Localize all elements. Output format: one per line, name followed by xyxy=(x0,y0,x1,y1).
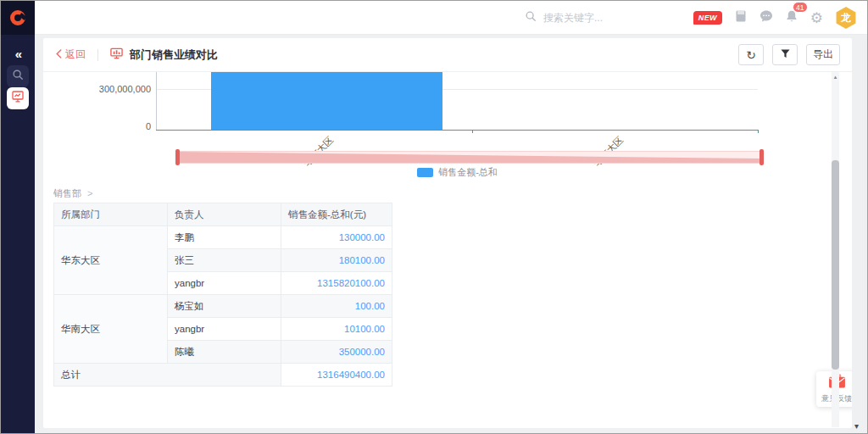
value-cell[interactable]: 350000.00 xyxy=(281,341,392,364)
back-label: 返回 xyxy=(65,47,86,62)
person-cell: 张三 xyxy=(168,249,281,272)
chat-bubble-icon xyxy=(760,9,773,26)
back-button[interactable]: 返回 xyxy=(55,47,86,62)
search-icon xyxy=(525,10,537,25)
table-row[interactable]: 华南大区 杨宝如 100.00 xyxy=(54,295,392,318)
user-avatar[interactable]: 龙 xyxy=(835,7,857,29)
notifications-button[interactable]: 41 xyxy=(785,9,798,26)
global-search-input[interactable]: 搜索关键字... xyxy=(525,1,603,35)
top-bar: 搜索关键字... NEW 41 ⚙ 龙 xyxy=(35,1,867,35)
chevron-left-icon xyxy=(55,49,62,61)
legend-label: 销售金额-总和 xyxy=(438,166,498,179)
sidebar-collapse-button[interactable]: « xyxy=(1,47,35,61)
chart-scroll-slider[interactable] xyxy=(179,151,762,164)
x-axis-tick xyxy=(758,131,759,133)
top-bar-actions: NEW 41 ⚙ 龙 xyxy=(693,1,857,35)
value-cell[interactable]: 100.00 xyxy=(281,295,392,318)
y-axis-tick-0: 0 xyxy=(66,121,151,131)
messages-button[interactable] xyxy=(760,9,773,26)
vertical-scrollbar-thumb[interactable] xyxy=(832,160,839,370)
total-label: 总计 xyxy=(54,364,281,387)
slider-handle-left[interactable] xyxy=(175,149,180,165)
breadcrumb[interactable]: 销售部 > xyxy=(53,187,93,200)
corner-arrow-icon: ▾ xyxy=(854,421,859,431)
report-icon xyxy=(110,47,123,63)
x-axis-line xyxy=(156,130,759,131)
search-icon xyxy=(12,69,24,84)
refresh-icon: ↻ xyxy=(746,49,756,61)
new-badge[interactable]: NEW xyxy=(693,11,722,25)
header-divider xyxy=(97,49,98,61)
y-axis-tick-300m: 300,000,000 xyxy=(66,84,151,94)
col-person: 负责人 xyxy=(168,203,281,226)
filter-icon xyxy=(781,49,790,61)
breadcrumb-label: 销售部 xyxy=(53,188,81,198)
col-dept: 所属部门 xyxy=(54,203,168,226)
value-cell[interactable]: 180100.00 xyxy=(281,249,392,272)
notification-count-badge: 41 xyxy=(793,2,808,13)
sidebar-item-report-app[interactable] xyxy=(7,87,29,109)
brand-logo[interactable] xyxy=(1,1,35,35)
person-cell: yangbr xyxy=(168,318,281,341)
export-button[interactable]: 导出 xyxy=(806,44,840,65)
value-cell[interactable]: 10100.00 xyxy=(281,318,392,341)
table-header-row: 所属部门 负责人 销售金额-总和(元) xyxy=(54,203,392,226)
app-window: « 搜索关键字... NEW xyxy=(0,0,868,434)
report-app-icon xyxy=(12,91,24,106)
sales-table: 所属部门 负责人 销售金额-总和(元) 华东大区 李鹏 130000.00 张三… xyxy=(53,203,392,387)
report-body: 300,000,000 0 华东大区 华南大区 销售金额-总和 销售部 > xyxy=(43,72,852,427)
report-header: 返回 部门销售业绩对比 ↻ 导出 xyxy=(43,38,852,72)
bar-huadong[interactable] xyxy=(211,72,442,130)
person-cell: 李鹏 xyxy=(168,226,281,249)
gear-icon: ⚙ xyxy=(810,11,823,25)
y-axis-line xyxy=(156,72,157,130)
sidebar-search-button[interactable] xyxy=(7,65,29,87)
value-cell[interactable]: 130000.00 xyxy=(281,226,392,249)
total-value: 1316490400.00 xyxy=(281,364,392,387)
person-cell: yangbr xyxy=(168,272,281,295)
value-cell[interactable]: 1315820100.00 xyxy=(281,272,392,295)
x-axis-tick xyxy=(472,131,473,133)
table-row[interactable]: 华东大区 李鹏 130000.00 xyxy=(54,226,392,249)
chart-scroll-data-shadow xyxy=(180,152,761,163)
page-title: 部门销售业绩对比 xyxy=(130,47,218,63)
settings-button[interactable]: ⚙ xyxy=(810,11,823,25)
report-card: 返回 部门销售业绩对比 ↻ 导出 300,000,000 0 xyxy=(43,38,852,428)
chart-legend[interactable]: 销售金额-总和 xyxy=(156,165,759,179)
sidebar: « xyxy=(1,1,35,433)
col-amount: 销售金额-总和(元) xyxy=(281,203,392,226)
person-cell: 杨宝如 xyxy=(168,295,281,318)
refresh-button[interactable]: ↻ xyxy=(738,44,764,65)
brand-logo-icon xyxy=(10,10,25,25)
notebook-icon xyxy=(734,9,748,26)
scrollbar-up-arrow-icon[interactable]: ▴ xyxy=(832,74,839,81)
notebook-button[interactable] xyxy=(734,9,748,26)
dept-cell: 华东大区 xyxy=(54,226,168,295)
slider-handle-right[interactable] xyxy=(760,149,764,165)
legend-swatch xyxy=(417,168,433,177)
person-cell: 陈曦 xyxy=(168,341,281,364)
search-placeholder: 搜索关键字... xyxy=(543,11,603,25)
table-total-row: 总计 1316490400.00 xyxy=(54,364,392,387)
breadcrumb-arrow-icon: > xyxy=(87,188,92,198)
filter-button[interactable] xyxy=(772,44,798,65)
dept-cell: 华南大区 xyxy=(54,295,168,364)
